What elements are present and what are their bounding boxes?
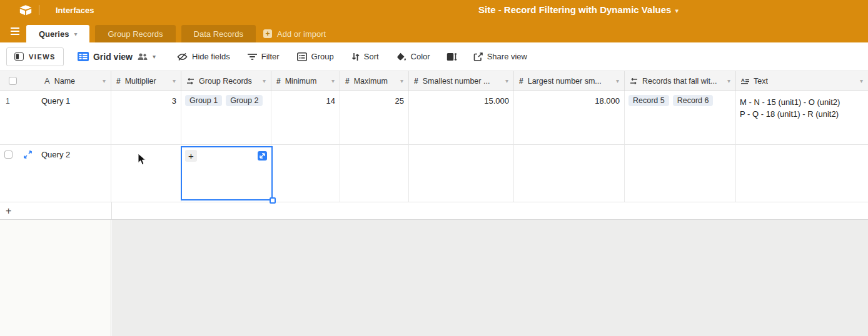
fill-handle[interactable] [270,197,276,204]
add-row-button[interactable]: + [6,206,11,216]
column-header-maximum[interactable]: # Maximum ▾ [340,71,409,91]
collaborators-icon [137,52,148,61]
text-line: M - N - 15 (unit1) - O (unit2) [740,96,864,108]
cell-largest-number[interactable]: 18.000 [514,91,625,144]
row-height-button[interactable] [447,52,457,61]
column-divider [111,202,112,219]
column-caret-icon[interactable]: ▾ [263,77,266,84]
group-button[interactable]: Group [297,52,334,61]
page-tab-bar: Queries▾ Group Records Data Records +Add… [0,20,868,42]
cell-multiplier[interactable] [111,145,181,202]
field-type-number-icon: # [276,77,281,86]
cell-minimum[interactable] [271,145,340,202]
column-header-smallest-number[interactable]: # Smallest number ... ▾ [409,71,514,91]
column-caret-icon[interactable]: ▾ [505,77,508,84]
field-type-number-icon: # [414,77,418,86]
column-caret-icon[interactable]: ▾ [173,77,176,84]
linked-record-chip[interactable]: Group 2 [226,95,263,106]
expand-cell-icon[interactable] [258,151,267,161]
cell-minimum[interactable]: 14 [271,91,340,144]
column-caret-icon[interactable]: ▾ [400,77,403,84]
tab-group-records[interactable]: Group Records [95,25,175,42]
field-type-link-icon [630,78,638,84]
grid-view-selector[interactable]: Grid view ▾ [78,52,156,62]
app-name: Interfaces [56,6,94,15]
cell-records-that-fall[interactable] [625,145,736,202]
column-caret-icon[interactable]: ▾ [616,77,619,84]
cell-text[interactable]: M - N - 15 (unit1) - O (unit2) P - Q - 1… [736,91,868,144]
views-button[interactable]: VIEWS [6,47,64,66]
expand-record-icon[interactable] [24,151,32,159]
cell-smallest-number[interactable] [409,145,514,202]
add-or-import-button[interactable]: +Add or import [263,25,326,42]
column-header-largest-number[interactable]: # Largest number sm... ▾ [514,71,625,91]
column-header-minimum[interactable]: # Minimum ▾ [271,71,340,91]
column-caret-icon[interactable]: ▾ [331,77,335,84]
table-row-query-2[interactable]: Query 2 [0,145,868,202]
topbar-divider [39,5,39,15]
hide-fields-button[interactable]: Hide fields [177,52,230,61]
text-line: P - Q - 18 (unit1) - R (unit2) [740,108,864,120]
share-view-button[interactable]: Share view [473,52,527,61]
select-all-checkbox[interactable] [9,77,17,85]
add-linked-record-button[interactable]: + [185,150,197,162]
field-type-number-icon: # [116,77,121,86]
field-type-link-icon [186,78,194,84]
column-caret-icon[interactable]: ▾ [860,77,863,84]
share-view-icon [473,52,483,61]
row-select-checkbox[interactable] [4,151,13,159]
cell-largest-number[interactable] [514,145,625,202]
tab-data-records[interactable]: Data Records [181,25,256,42]
hide-fields-icon [177,52,188,61]
cell-smallest-number[interactable]: 15.000 [409,91,514,144]
field-type-text-icon: A [44,76,50,86]
color-button[interactable]: Color [396,52,430,61]
row-gutter [0,145,41,202]
column-caret-icon[interactable]: ▾ [727,77,730,84]
field-type-number-icon: # [345,77,350,86]
table-row-query-1[interactable]: 1 Query 1 3 Group 1Group 2 14 25 15.000 … [0,91,868,145]
airtable-logo-icon[interactable] [19,4,33,16]
view-toolbar: VIEWS Grid view ▾ Hide fields Filter Gro… [0,42,868,71]
column-header-records-that-fall[interactable]: Records that fall wit... ▾ [625,71,736,91]
row-height-icon [447,52,457,61]
column-header-group-records[interactable]: Group Records ▾ [181,71,271,91]
filter-icon [248,53,257,61]
cell-group-records[interactable]: Group 1Group 2 [181,91,271,144]
empty-area-right-panel [112,220,868,336]
filter-button[interactable]: Filter [248,52,280,61]
page-title[interactable]: Site - Record Filtering with Dynamic Val… [478,4,679,15]
tab-queries[interactable]: Queries▾ [26,25,89,42]
row-gutter: 1 [0,91,41,144]
sort-button[interactable]: Sort [351,52,379,61]
cell-multiplier[interactable]: 3 [111,91,181,144]
field-type-longtext-icon: A [741,77,749,84]
cell-maximum[interactable]: 25 [340,91,409,144]
primary-cell-value: Query 1 [41,91,70,144]
column-header-multiplier[interactable]: # Multiplier ▾ [111,71,181,91]
column-caret-icon[interactable]: ▾ [103,77,106,84]
cell-records-that-fall[interactable]: Record 5Record 6 [625,91,736,144]
airtable-interface-window: Interfaces Site - Record Filtering with … [0,0,868,336]
title-caret-icon: ▾ [675,7,679,14]
empty-area-left-panel [0,220,111,336]
cell-name[interactable]: 1 Query 1 [0,91,111,144]
top-bar: Interfaces Site - Record Filtering with … [0,0,868,20]
view-caret-icon: ▾ [153,53,156,60]
grid-empty-area [0,220,868,336]
cell-name[interactable]: Query 2 [0,145,111,202]
color-icon [396,52,406,61]
column-header-name[interactable]: A Name ▾ [0,71,111,91]
column-header-text[interactable]: A Text ▾ [736,71,868,91]
linked-record-chip[interactable]: Group 1 [185,95,222,106]
linked-record-chip[interactable]: Record 6 [673,95,714,106]
linked-record-chip[interactable]: Record 5 [628,95,669,106]
selected-cell-group-records[interactable]: + [181,146,273,200]
cell-maximum[interactable] [340,145,409,202]
tab-caret-icon: ▾ [74,31,77,37]
group-icon [297,52,307,61]
cell-text[interactable] [736,145,868,202]
field-type-number-icon: # [519,77,523,86]
primary-cell-value: Query 2 [41,145,70,202]
menu-hamburger-icon[interactable] [6,22,26,40]
